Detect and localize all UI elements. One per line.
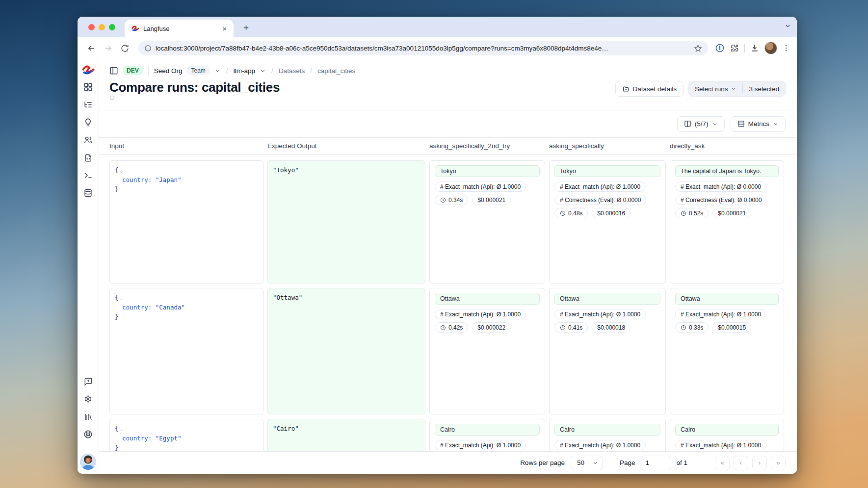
table-body: {⌄ country: "Japan" } "Tokyo" Tokyo # Ex… [99, 154, 797, 451]
run-cell[interactable]: Cairo # Exact_match (Api): Ø 1.0000 [670, 419, 784, 451]
prompts-icon[interactable] [83, 117, 93, 128]
input-cell: {⌄ country: "Japan" } [109, 160, 263, 283]
first-page-button[interactable]: « [715, 456, 730, 470]
run-cell[interactable]: Tokyo # Exact_match (Api): Ø 1.0000 # Co… [549, 160, 666, 283]
run-cell[interactable]: Tokyo # Exact_match (Api): Ø 1.0000 0.34… [429, 160, 545, 283]
extensions-icon[interactable] [730, 43, 739, 53]
page-label: Page [620, 459, 635, 466]
browser-menu-icon[interactable] [782, 44, 790, 52]
next-page-button[interactable]: › [752, 456, 767, 470]
dataset-details-button[interactable]: Dataset details [615, 81, 684, 97]
new-tab-button[interactable]: + [240, 23, 252, 33]
org-chevron-down-icon[interactable] [214, 68, 221, 74]
run-output[interactable]: Cairo [435, 424, 540, 436]
metrics-button[interactable]: Metrics [731, 116, 786, 132]
collapse-toggle[interactable]: ⌄ [120, 295, 123, 301]
library-icon[interactable] [83, 411, 93, 422]
project-chevron-down-icon[interactable] [260, 68, 266, 74]
run-output[interactable]: Tokyo [554, 165, 660, 177]
run-output[interactable]: The capital of Japan is Tokyo. [675, 165, 779, 177]
score-badge: # Exact_match (Api): Ø 1.0000 [554, 440, 646, 450]
run-output[interactable]: Ottawa [554, 293, 660, 305]
page-header: DEV Seed Org Team / llm-app / Datasets /… [99, 59, 797, 110]
downloads-icon[interactable] [750, 43, 760, 53]
run-cell[interactable]: Ottawa # Exact_match (Api): Ø 1.0000 0.3… [670, 288, 784, 414]
breadcrumb-dataset-name[interactable]: capital_cities [317, 67, 355, 75]
dashboard-icon[interactable] [83, 82, 93, 92]
bookmark-star-icon[interactable] [694, 44, 702, 52]
zoom-window-button[interactable] [109, 24, 115, 30]
select-runs-button[interactable]: Select runs [689, 85, 743, 93]
run-cell[interactable]: Ottawa # Exact_match (Api): Ø 1.0000 0.4… [549, 288, 666, 414]
run-output[interactable]: Cairo [675, 424, 779, 436]
expected-output-cell: "Tokyo" [267, 160, 425, 283]
select-runs-control[interactable]: Select runs 3 selected [688, 81, 786, 97]
expected-output-cell: "Cairo" [267, 419, 425, 451]
address-bar[interactable]: localhost:3000/project/7a88fb47-b4e2-43b… [138, 41, 708, 55]
run-cell[interactable]: Cairo # Exact_match (Api): Ø 1.0000 [429, 419, 545, 451]
score-badge: # Exact_match (Api): Ø 1.0000 [435, 309, 526, 319]
rows-per-page-select[interactable]: 50 [571, 456, 603, 470]
user-avatar[interactable] [80, 454, 96, 470]
tab-close-icon[interactable]: × [220, 24, 229, 33]
input-cell: {⌄ country: "Canada" } [109, 288, 263, 414]
latency-badge: 0.33s [675, 322, 709, 333]
minimize-window-button[interactable] [99, 24, 105, 30]
run-output[interactable]: Cairo [554, 424, 660, 436]
browser-tabstrip: Langfuse × + [78, 17, 797, 37]
back-icon[interactable] [84, 41, 98, 55]
tab-title: Langfuse [143, 25, 216, 32]
tracing-icon[interactable] [83, 100, 93, 110]
page-count-label: of 1 [676, 459, 687, 466]
input-cell: {⌄ country: "Egypt" } [109, 419, 263, 451]
run-cell[interactable]: Ottawa # Exact_match (Api): Ø 1.0000 0.4… [429, 288, 545, 414]
site-info-icon[interactable] [144, 45, 152, 52]
clock-icon [681, 325, 686, 331]
collapse-toggle[interactable]: ⌄ [120, 168, 123, 173]
score-badge: # Exact_match (Api): Ø 1.0000 [435, 181, 526, 192]
columns-visibility-button[interactable]: (5/7) [677, 116, 725, 132]
page-number-input[interactable] [640, 456, 671, 470]
url-text[interactable]: localhost:3000/project/7a88fb47-b4e2-43b… [156, 45, 690, 52]
previous-page-button[interactable]: ‹ [734, 456, 748, 470]
breadcrumb-project[interactable]: llm-app [234, 67, 255, 75]
run-output[interactable]: Ottawa [675, 293, 779, 305]
traffic-lights[interactable] [88, 24, 115, 30]
score-badge: # Exact_match (Api): Ø 1.0000 [554, 309, 646, 319]
users-icon[interactable] [83, 135, 93, 145]
browser-profile-avatar[interactable] [764, 42, 777, 54]
support-icon[interactable] [83, 429, 93, 439]
latency-badge: 0.41s [554, 322, 588, 333]
column-header-input: Input [109, 142, 263, 150]
browser-tab[interactable]: Langfuse × [125, 20, 234, 37]
clock-icon [440, 325, 446, 331]
breadcrumb-org[interactable]: Seed Org [154, 67, 183, 75]
info-icon[interactable] [109, 95, 281, 101]
rows-per-page-label: Rows per page [520, 459, 565, 466]
run-output[interactable]: Ottawa [435, 293, 540, 305]
tab-search-icon[interactable] [785, 23, 791, 29]
run-cell[interactable]: The capital of Japan is Tokyo. # Exact_m… [670, 160, 784, 283]
evaluations-icon[interactable] [83, 153, 93, 163]
run-cell[interactable]: Cairo # Exact_match (Api): Ø 1.0000 [549, 419, 666, 451]
column-header-run-2: asking_specifically [549, 142, 666, 150]
langfuse-logo-icon[interactable] [82, 65, 95, 75]
breadcrumb-datasets[interactable]: Datasets [279, 67, 305, 75]
close-window-button[interactable] [88, 24, 95, 30]
collapse-toggle[interactable]: ⌄ [120, 426, 123, 432]
score-badge: # Exact_match (Api): Ø 0.0000 [675, 181, 766, 192]
pagination-footer: Rows per page 50 Page of 1 « ‹ › » [99, 451, 797, 474]
playground-icon[interactable] [83, 170, 93, 180]
cost-badge: $0.000022 [472, 322, 511, 333]
feedback-icon[interactable] [83, 376, 93, 386]
last-page-button[interactable]: » [771, 456, 786, 470]
reload-icon[interactable] [118, 41, 132, 55]
settings-gear-icon[interactable] [83, 394, 93, 404]
cost-badge: $0.000015 [712, 322, 751, 333]
page-title: Compare runs: capital_cities [109, 80, 281, 101]
score-badge: # Exact_match (Api): Ø 1.0000 [435, 440, 526, 450]
run-output[interactable]: Tokyo [435, 165, 540, 177]
password-manager-icon[interactable] [715, 43, 725, 53]
datasets-icon[interactable] [83, 188, 93, 198]
sidebar-toggle-icon[interactable] [109, 66, 118, 75]
